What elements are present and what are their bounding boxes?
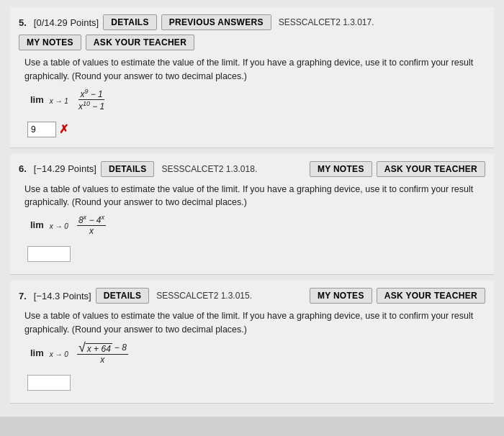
question-number-6: 6. bbox=[19, 163, 27, 174]
question-number-5: 5. bbox=[19, 17, 27, 28]
details-button-5[interactable]: DETAILS bbox=[103, 14, 157, 30]
right-header-7: MY NOTES ASK YOUR TEACHER bbox=[310, 288, 485, 304]
answer-box-5: ✗ bbox=[27, 122, 68, 137]
answer-input-5[interactable] bbox=[27, 122, 56, 137]
main-content: 5. [0/14.29 Points] DETAILS PREVIOUS ANS… bbox=[0, 0, 504, 417]
ask-teacher-button-5[interactable]: ASK YOUR TEACHER bbox=[86, 35, 194, 50]
ask-teacher-button-7[interactable]: ASK YOUR TEACHER bbox=[377, 288, 485, 304]
answer-input-7[interactable] bbox=[27, 375, 71, 391]
details-button-6[interactable]: DETAILS bbox=[101, 161, 155, 177]
math-display-7: lim x → 0 √x + 64 − 8 x bbox=[30, 341, 485, 365]
left-header-6: 6. [−14.29 Points] DETAILS SESSCALCET2 1… bbox=[19, 161, 257, 177]
header-row-split-7: 7. [−14.3 Points] DETAILS SESSCALCET2 1.… bbox=[19, 288, 485, 304]
prev-answers-button-5[interactable]: PREVIOUS ANSWERS bbox=[161, 14, 271, 30]
question-text-5: Use a table of values to estimate the va… bbox=[24, 56, 485, 83]
answer-box-7 bbox=[27, 375, 71, 391]
my-notes-button-6[interactable]: MY NOTES bbox=[310, 161, 372, 177]
math-display-5: lim x → 1 x9 − 1 x10 − 1 bbox=[30, 88, 485, 112]
points-7: [−14.3 Points] bbox=[34, 291, 91, 301]
answer-box-6 bbox=[27, 246, 71, 262]
question-number-7: 7. bbox=[19, 291, 27, 301]
points-5: [0/14.29 Points] bbox=[34, 17, 99, 28]
answer-input-6[interactable] bbox=[27, 246, 71, 262]
session-code-5: SESSCALCET2 1.3.017. bbox=[279, 17, 374, 27]
question-text-7: Use a table of values to estimate the va… bbox=[24, 309, 485, 337]
session-code-6: SESSCALCET2 1.3.018. bbox=[161, 164, 257, 174]
question-block-6: 6. [−14.29 Points] DETAILS SESSCALCET2 1… bbox=[10, 154, 494, 276]
math-display-6: lim x → 0 8x − 4x x bbox=[30, 214, 485, 236]
question-block-7: 7. [−14.3 Points] DETAILS SESSCALCET2 1.… bbox=[10, 281, 494, 404]
details-button-7[interactable]: DETAILS bbox=[96, 288, 150, 304]
notes-teacher-row-5: MY NOTES ASK YOUR TEACHER bbox=[19, 35, 485, 50]
question-block-5: 5. [0/14.29 Points] DETAILS PREVIOUS ANS… bbox=[10, 7, 494, 148]
right-header-6: MY NOTES ASK YOUR TEACHER bbox=[310, 161, 485, 177]
ask-teacher-button-6[interactable]: ASK YOUR TEACHER bbox=[377, 161, 485, 177]
session-code-7: SESSCALCET2 1.3.015. bbox=[156, 291, 252, 301]
x-mark-5: ✗ bbox=[59, 122, 68, 136]
left-header-7: 7. [−14.3 Points] DETAILS SESSCALCET2 1.… bbox=[19, 288, 252, 304]
question-header-5: 5. [0/14.29 Points] DETAILS PREVIOUS ANS… bbox=[19, 14, 485, 30]
my-notes-button-7[interactable]: MY NOTES bbox=[310, 288, 372, 304]
header-row-split-6: 6. [−14.29 Points] DETAILS SESSCALCET2 1… bbox=[19, 161, 485, 177]
question-text-6: Use a table of values to estimate the va… bbox=[24, 183, 485, 210]
points-6: [−14.29 Points] bbox=[34, 163, 96, 174]
my-notes-button-5[interactable]: MY NOTES bbox=[19, 35, 81, 50]
